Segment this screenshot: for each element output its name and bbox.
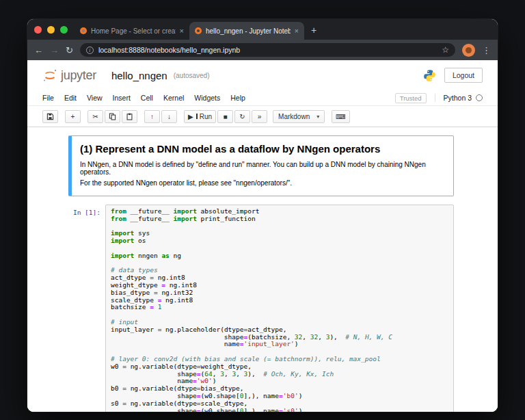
close-window-button[interactable] — [34, 26, 42, 34]
cell-type-value: Markdown — [278, 113, 310, 120]
menu-file[interactable]: File — [42, 94, 54, 102]
notebook-toolbar: + ✂ ↑ ↓ ▶ Run ■ — [27, 106, 498, 127]
markdown-heading: (1) Represent a DNN model as a dataflow … — [80, 143, 445, 155]
menu-help[interactable]: Help — [230, 94, 245, 102]
kernel-indicator: Python 3 — [435, 94, 483, 102]
plus-icon: + — [71, 113, 75, 120]
save-button[interactable] — [42, 110, 58, 123]
interrupt-kernel-button[interactable]: ■ — [217, 110, 233, 123]
tab-close-icon[interactable]: × — [295, 27, 299, 35]
browser-window: Home Page - Select or create × hello_nng… — [27, 19, 498, 412]
copy-cell-button[interactable] — [105, 110, 120, 123]
move-cell-up-button[interactable]: ↑ — [144, 110, 160, 123]
code-editor[interactable]: from __future__ import absolute_importfr… — [105, 205, 454, 412]
arrow-up-icon: ↑ — [150, 113, 154, 120]
run-icon: ▶ — [188, 113, 193, 120]
jupyter-wordmark: jupyter — [61, 68, 96, 83]
tab-hello-nngen[interactable]: hello_nngen - Jupyter Noteboo × — [189, 22, 304, 40]
keyboard-icon: ⌨ — [336, 113, 345, 120]
menu-kernel[interactable]: Kernel — [163, 94, 184, 102]
paste-cell-button[interactable] — [122, 110, 137, 123]
restart-icon: ↻ — [239, 113, 245, 120]
jupyter-logo[interactable]: jupyter — [42, 68, 96, 83]
menu-edit[interactable]: Edit — [64, 94, 77, 102]
arrow-down-icon: ↓ — [167, 113, 171, 120]
markdown-paragraph: In NNgen, a DNN model is defined by "def… — [80, 161, 445, 176]
fast-forward-icon: » — [258, 113, 262, 120]
forward-icon[interactable]: → — [50, 46, 59, 55]
save-icon — [46, 113, 54, 120]
jupyter-page: jupyter hello_nngen (autosaved) Logout F… — [27, 60, 498, 412]
cell-type-select[interactable]: Markdown ▾ — [273, 110, 325, 123]
add-cell-button[interactable]: + — [65, 110, 81, 123]
minimize-window-button[interactable] — [47, 26, 55, 34]
window-controls — [34, 19, 68, 40]
markdown-cell[interactable]: (1) Represent a DNN model as a dataflow … — [68, 135, 454, 196]
browser-tab-strip: Home Page - Select or create × hello_nng… — [27, 19, 498, 40]
python-logo-icon — [423, 69, 436, 82]
trusted-badge[interactable]: Trusted — [395, 93, 427, 103]
jupyter-logo-icon — [42, 68, 57, 83]
new-tab-button[interactable]: + — [311, 25, 317, 40]
kernel-idle-icon — [476, 94, 483, 101]
cut-icon: ✂ — [92, 113, 98, 120]
menu-cell[interactable]: Cell — [141, 94, 153, 102]
run-step-bar — [196, 114, 198, 119]
restart-run-all-button[interactable]: » — [252, 110, 267, 123]
code-cell: In [1]: from __future__ import absolute_… — [68, 205, 454, 412]
browser-toolbar: ← → ↻ i localhost:8888/notebooks/hello_n… — [27, 40, 498, 60]
copy-icon — [109, 113, 116, 120]
zoom-window-button[interactable] — [60, 26, 68, 34]
code-lines: from __future__ import absolute_importfr… — [111, 208, 448, 412]
url-text: localhost:8888/notebooks/hello_nngen.ipy… — [98, 46, 437, 54]
cut-cell-button[interactable]: ✂ — [88, 110, 103, 123]
menu-insert[interactable]: Insert — [113, 94, 131, 102]
restart-kernel-button[interactable]: ↻ — [234, 110, 250, 123]
markdown-paragraph: For the supported NNgen operator list, p… — [80, 179, 445, 187]
jupyter-favicon — [195, 27, 202, 34]
input-prompt: In [1]: — [68, 205, 105, 412]
notebook-menubar: File Edit View Insert Cell Kernel Widget… — [27, 90, 498, 106]
logout-button[interactable]: Logout — [444, 68, 483, 83]
paste-icon — [126, 113, 133, 120]
notebook-title[interactable]: hello_nngen — [111, 70, 167, 81]
tab-close-icon[interactable]: × — [180, 27, 184, 35]
stop-icon: ■ — [224, 113, 228, 120]
jupyter-favicon — [80, 27, 87, 34]
notebook-cells-area: (1) Represent a DNN model as a dataflow … — [27, 127, 498, 412]
kernel-name: Python 3 — [444, 94, 472, 102]
menu-widgets[interactable]: Widgets — [194, 94, 220, 102]
chevron-down-icon: ▾ — [317, 114, 319, 120]
move-cell-down-button[interactable]: ↓ — [161, 110, 177, 123]
command-palette-button[interactable]: ⌨ — [332, 110, 349, 123]
run-cell-button[interactable]: ▶ Run — [184, 110, 216, 123]
run-label: Run — [200, 113, 212, 120]
back-icon[interactable]: ← — [34, 46, 43, 55]
site-info-icon[interactable]: i — [86, 47, 94, 54]
profile-avatar[interactable] — [462, 44, 475, 57]
bookmark-star-icon[interactable]: ☆ — [442, 45, 449, 55]
menu-view[interactable]: View — [87, 94, 103, 102]
refresh-icon[interactable]: ↻ — [66, 46, 73, 55]
address-bar[interactable]: i localhost:8888/notebooks/hello_nngen.i… — [80, 43, 455, 57]
tab-title: Home Page - Select or create — [91, 27, 176, 35]
tab-title: hello_nngen - Jupyter Noteboo — [206, 27, 291, 35]
tab-home-page[interactable]: Home Page - Select or create × — [75, 22, 189, 40]
notebook-header: jupyter hello_nngen (autosaved) Logout — [27, 60, 498, 90]
browser-menu-icon[interactable]: ⋮ — [482, 45, 491, 55]
autosave-status: (autosaved) — [174, 72, 210, 79]
